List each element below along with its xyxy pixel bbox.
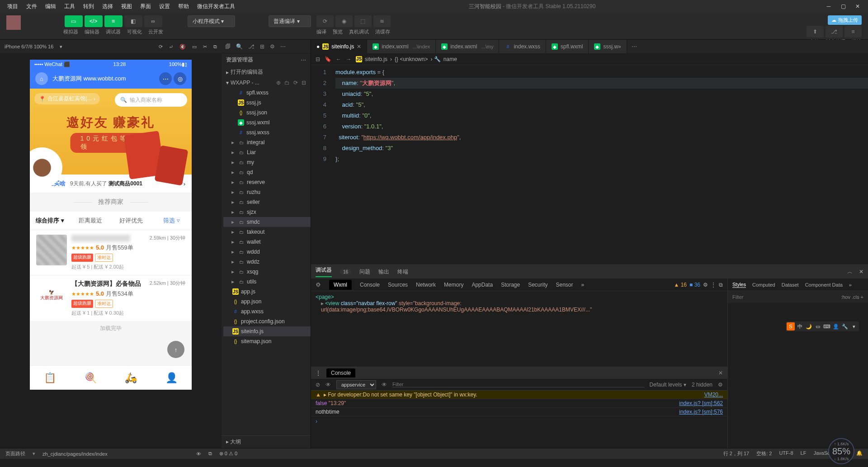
folder-item[interactable]: ▸🗀 my [223,157,311,167]
nav-fwd-icon[interactable]: → [346,56,351,62]
phone-preview[interactable]: ••••• WeChat⬛ 13:28 100% ▮▯ ⌂ 大鹏资源网 www.… [30,60,192,390]
upload-button[interactable]: ⬆ [807,26,824,38]
more-icon[interactable]: » [849,282,852,288]
editor-tab[interactable]: ◆ spfl.wxml [546,40,589,53]
refresh-icon[interactable]: ⟳ [293,80,298,86]
component-data-tab[interactable]: Component Data [805,282,843,288]
dt-sub-network[interactable]: Network [416,282,436,288]
close-icon[interactable]: ✕ [854,3,861,9]
rotate-icon[interactable]: ⤾ [169,44,173,50]
dt-sub-security[interactable]: Security [528,282,547,288]
console-toggle-icon[interactable]: ⋮ [316,370,321,376]
location-chip[interactable]: 📍 合江县荔虹宾馆(... › [34,93,100,104]
filter-more[interactable]: 筛选 ▿ [151,217,192,225]
remote-debug-button[interactable]: ⬚ [354,15,372,27]
file-item[interactable]: {} sssj.json [223,108,311,118]
menu-ui[interactable]: 界面 [137,1,155,12]
dt-sub-wxml[interactable]: Wxml [329,280,352,290]
menu-help[interactable]: 帮助 [175,1,193,12]
clear-cache-button[interactable]: ≋ [373,15,391,27]
avatar[interactable] [6,15,21,30]
file-item[interactable]: {} sitemap.json [223,336,311,346]
file-item[interactable]: # sssj.wxss [223,127,311,137]
page-path-value[interactable]: zh_cjdianc/pages/index/index [42,451,108,457]
dt-tab-problems[interactable]: 问题 [359,268,370,276]
folder-item[interactable]: ▸🗀 takeout [223,227,311,237]
collapse-icon[interactable]: ⊟ [302,80,306,86]
menu-goto[interactable]: 转到 [80,1,98,12]
file-item[interactable]: JS app.js [223,287,311,297]
float-icon[interactable]: ⧉ [208,451,212,457]
console-filter-input[interactable] [392,382,644,387]
indent[interactable]: 空格: 2 [756,450,772,457]
dt-tab-terminal[interactable]: 终端 [397,268,408,276]
inspect-icon[interactable]: ⯐ [316,282,321,288]
menu-file[interactable]: 文件 [23,1,41,12]
hidden-count[interactable]: 2 hidden [692,382,712,388]
refresh-icon[interactable]: ⟳ [159,44,163,50]
dt-sub-sources[interactable]: Sources [388,282,408,288]
new-folder-icon[interactable]: 🗀 [284,80,290,86]
eye-icon[interactable]: 👁 [382,382,387,388]
folder-item[interactable]: ▸🗀 wallet [223,237,311,247]
editor-tab[interactable]: ◆ index.wxml...\index [367,40,436,53]
file-item[interactable]: {} app.json [223,297,311,307]
dt-sub-sensor[interactable]: Sensor [556,282,573,288]
dock-icon[interactable]: ⧉ [719,282,723,288]
folder-item[interactable]: ▸🗀 qd [223,167,311,177]
shop-item[interactable]: ★★★★★5.0月售559单 超级跑腿准时达 起送 ¥ 5 | 配送 ¥ 2.0… [30,230,192,275]
drag-upload-button[interactable]: ☁ 拖拽上传 [828,15,862,25]
home-icon[interactable]: ⌂ [35,72,48,85]
code-editor[interactable]: 123456789 module.exports = { name: "大鹏资源… [311,65,868,264]
file-item[interactable]: JS sssj.js [223,98,311,108]
bell-icon[interactable]: 🔔 [856,450,863,457]
computed-tab[interactable]: Computed [752,282,775,288]
encoding[interactable]: UTF-8 [779,450,793,457]
filter-sort[interactable]: 综合排序 ▾ [30,217,71,225]
editor-tab[interactable]: # index.wxss [499,40,546,53]
more-tabs-icon[interactable]: ⋯ [627,40,642,53]
cut-icon[interactable]: ✂ [203,44,207,50]
console-prompt[interactable]: › [311,416,727,426]
styles-filter-input[interactable] [732,294,841,300]
folder-item[interactable]: ▸🗀 Liar [223,147,311,157]
file-item[interactable]: # spfl.wxss [223,88,311,98]
close-icon[interactable]: ✕ [859,269,863,275]
breadcrumb[interactable]: JSsiteinfo.js › {} <unknown> › 🔧 name [356,56,457,62]
editor-button[interactable]: </> [85,15,103,27]
file-item[interactable]: JS siteinfo.js [223,326,311,336]
filter-rating[interactable]: 好评优先 [111,217,151,225]
folder-item[interactable]: ▸🗀 sjzx [223,207,311,217]
device-label[interactable]: iPhone 6/7/8 100% 16 [5,44,53,49]
folder-item[interactable]: ▸🗀 wddz [223,257,311,267]
preview-button[interactable]: ◉ [335,15,353,27]
dt-tab-output[interactable]: 输出 [378,268,389,276]
dt-tab-debugger[interactable]: 调试器 [316,266,332,277]
more-icon[interactable]: ⋯ [301,57,306,63]
chevron-up-icon[interactable]: ︿ [847,268,853,276]
bookmark-icon[interactable]: 🔖 [325,56,331,62]
mute-icon[interactable]: 🔇 [179,44,186,50]
menu-select[interactable]: 选择 [99,1,117,12]
files-icon[interactable]: 🗐 [225,43,231,50]
cursor-pos[interactable]: 行 2，列 17 [723,450,749,457]
editor-tab[interactable]: ◆ sssj.w» [589,40,627,53]
search-icon[interactable]: 🔍 [236,43,243,50]
folder-item[interactable]: ▸🗀 xsqg [223,267,311,277]
mode-select[interactable]: 小程序模式 ▾ [188,15,235,27]
close-capsule-icon[interactable]: ◎ [174,72,186,85]
eye-icon[interactable]: 👁 [196,451,201,457]
wxml-tree[interactable]: <page> ▸ <view class="navbar flex-row" s… [311,291,727,367]
diagnostics[interactable]: ⊗ 0 ⚠ 0 [219,451,237,457]
ext-icon[interactable]: ⊞ [260,43,264,50]
more-tabs-icon[interactable]: » [581,282,585,288]
console-row[interactable]: nothbtime index.js? [sm]:576 [311,408,727,416]
eol[interactable]: LF [801,450,807,457]
menu-wechat[interactable]: 微信开发者工具 [193,1,239,12]
debugger-button[interactable]: ≡ [104,15,123,27]
simulator-button[interactable]: ▭ [65,15,83,27]
menu-edit[interactable]: 编辑 [42,1,60,12]
cloud-button[interactable]: ∞ [144,15,162,27]
toggle-panel-icon[interactable]: ⊟ [316,56,320,62]
folder-item[interactable]: ▸🗀 integral [223,137,311,147]
